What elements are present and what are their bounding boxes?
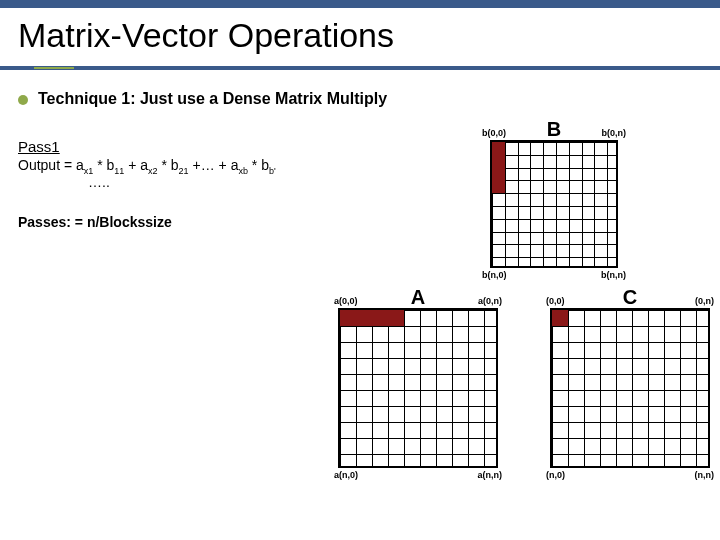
corner-label: a(0,n) xyxy=(478,296,502,306)
highlighted-block-b xyxy=(492,142,505,193)
formula-sub: 11 xyxy=(114,166,124,176)
corner-label: b(n,n) xyxy=(601,270,626,280)
corner-label: (0,0) xyxy=(546,296,565,306)
corner-label: (n,n) xyxy=(695,470,715,480)
highlighted-block-a xyxy=(340,310,404,326)
corner-label: a(n,0) xyxy=(334,470,358,480)
bullet-item-1: Technique 1: Just use a Dense Matrix Mul… xyxy=(18,90,702,108)
corner-label: (n,0) xyxy=(546,470,565,480)
matrix-label-b: B xyxy=(547,118,561,141)
corner-label: a(0,0) xyxy=(334,296,358,306)
corner-label: a(n,n) xyxy=(478,470,503,480)
formula-part: Output = a xyxy=(18,157,84,173)
title-underline-accent xyxy=(34,67,74,69)
matrix-figure-c: C (0,0) (0,n) (n,0) (n,n) xyxy=(530,308,720,468)
highlighted-block-c xyxy=(552,310,568,326)
slide-title: Matrix-Vector Operations xyxy=(18,16,394,55)
matrix-grid-a xyxy=(338,308,498,468)
formula-part: * b xyxy=(248,157,269,173)
formula-sub: 21 xyxy=(179,166,189,176)
formula-part: +… + a xyxy=(189,157,239,173)
corner-label: b(n,0) xyxy=(482,270,507,280)
corner-label: b(0,0) xyxy=(482,128,506,138)
matrix-grid-c xyxy=(550,308,710,468)
bullet-text-1: Technique 1: Just use a Dense Matrix Mul… xyxy=(38,90,387,108)
formula-part: * b xyxy=(93,157,114,173)
matrix-figure-a: A a(0,0) a(0,n) a(n,0) a(n,n) xyxy=(318,308,518,468)
matrix-figure-b: B b(0,0) b(0,n) b(n,0) b(n,n) xyxy=(474,140,634,268)
matrix-grid-b xyxy=(490,140,618,268)
corner-label: (0,n) xyxy=(695,296,714,306)
matrix-label-c: C xyxy=(623,286,637,309)
formula-sub: xb xyxy=(238,166,248,176)
slide-content: Technique 1: Just use a Dense Matrix Mul… xyxy=(18,90,702,522)
formula-part: + a xyxy=(124,157,148,173)
bullet-dot-icon xyxy=(18,95,28,105)
title-underline xyxy=(0,66,720,70)
formula-part: * b xyxy=(158,157,179,173)
formula-sub: b' xyxy=(269,166,276,176)
corner-label: b(0,n) xyxy=(602,128,627,138)
matrix-label-a: A xyxy=(411,286,425,309)
slide-top-accent xyxy=(0,0,720,8)
formula-sub: x2 xyxy=(148,166,158,176)
